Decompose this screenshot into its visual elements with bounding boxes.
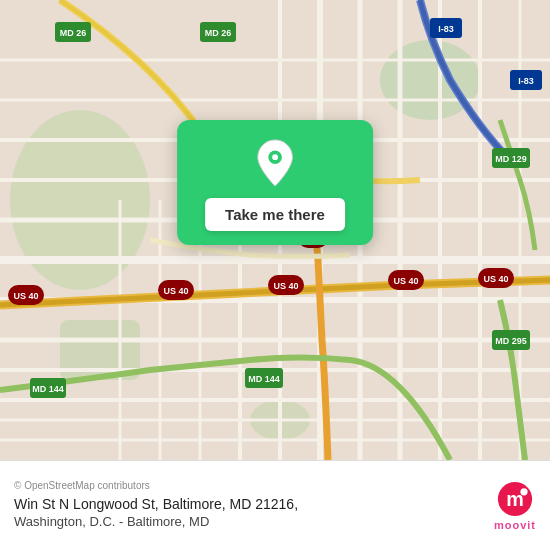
address-sub: Washington, D.C. - Baltimore, MD [14, 514, 482, 531]
svg-text:US 40: US 40 [13, 291, 38, 301]
svg-point-57 [272, 154, 278, 160]
address-main: Win St N Longwood St, Baltimore, MD 2121… [14, 495, 482, 513]
svg-text:MD 129: MD 129 [495, 154, 527, 164]
svg-text:MD 26: MD 26 [205, 28, 232, 38]
svg-text:US 40: US 40 [163, 286, 188, 296]
take-me-there-button[interactable]: Take me there [205, 198, 345, 231]
location-pin-icon [253, 138, 297, 188]
svg-text:I-83: I-83 [438, 24, 454, 34]
address-block: © OpenStreetMap contributors Win St N Lo… [14, 480, 482, 530]
moovit-logo: m moovit [494, 481, 536, 531]
map-container[interactable]: MD 26 MD 26 I-83 I-83 US 1 US 40 US 40 U… [0, 0, 550, 460]
svg-point-60 [520, 488, 527, 495]
svg-text:MD 144: MD 144 [248, 374, 280, 384]
svg-text:MD 295: MD 295 [495, 336, 527, 346]
svg-text:MD 26: MD 26 [60, 28, 87, 38]
copyright-text: © OpenStreetMap contributors [14, 480, 482, 491]
moovit-logo-icon: m [497, 481, 533, 517]
svg-text:I-83: I-83 [518, 76, 534, 86]
bottom-bar: © OpenStreetMap contributors Win St N Lo… [0, 460, 550, 550]
svg-text:US 40: US 40 [393, 276, 418, 286]
moovit-brand-text: moovit [494, 519, 536, 531]
svg-text:MD 144: MD 144 [32, 384, 64, 394]
svg-text:US 40: US 40 [483, 274, 508, 284]
svg-text:US 40: US 40 [273, 281, 298, 291]
location-popup: Take me there [177, 120, 373, 245]
